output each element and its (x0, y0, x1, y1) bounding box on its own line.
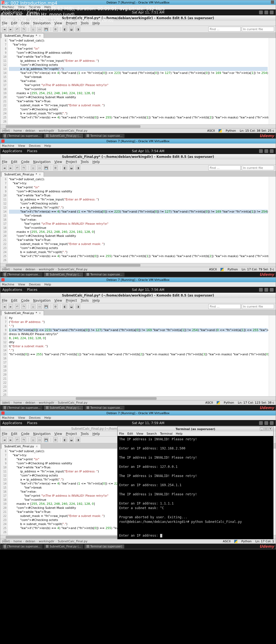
terminal-body[interactable]: The IP address is INVALID! Please retry!… (118, 436, 273, 539)
editor-tab[interactable]: SubnetCalc_Final.py * × (1, 33, 44, 38)
overlay-size: Size: 37348357 bytes (35.62 MiB), durati… (1, 6, 165, 12)
clock[interactable]: Sat Apr 11, 7:59 AM (37, 421, 259, 425)
overlay-audio: Audio: aac, 44100 Hz, mono (und) (1, 12, 165, 18)
close-button[interactable]: × (268, 427, 272, 431)
volume-icon[interactable] (259, 11, 263, 14)
terminal-menu: File Edit View Search Terminal Help (118, 431, 273, 436)
udemy-watermark: Udemy (259, 134, 274, 138)
terminal-window[interactable]: Terminal (as superuser) _ □ × File Edit … (117, 427, 274, 539)
overlay-file: File: 002 Introduction.mp4 (1, 1, 165, 6)
status-bar: (root)› home› debian› workingdir› Subnet… (0, 128, 276, 133)
find-scope[interactable] (242, 27, 274, 32)
editor[interactable]: 6789101112131415161718192021222324252627… (0, 38, 276, 124)
tab-bar: SubnetCalc_Final.py * × (0, 33, 276, 38)
tab-label: SubnetCalc_Final.py (4, 34, 34, 38)
task-terminal1[interactable]: [Terminal (as superuse... (1, 134, 43, 138)
taskbar: [Terminal (as superuse... SubnetCalc_Fin… (0, 133, 276, 138)
code-area[interactable]: "kw">def subnet_calc(): "kw">try: "kw">p… (8, 38, 269, 124)
clock[interactable]: Sat Apr 11, 7:56 AM (37, 288, 259, 292)
vbox-status-icons (271, 1, 274, 4)
frame-4: Debian 7 [Running] - Oracle VM VirtualBo… (0, 411, 276, 549)
minimize-button[interactable]: _ (260, 427, 264, 431)
terminal-titlebar[interactable]: Terminal (as superuser) _ □ × (118, 427, 273, 431)
frame-3: Debian 7 [Running] - Oracle VM VirtualBo… (0, 277, 276, 411)
encoding[interactable]: ASCII (207, 129, 215, 132)
overlay-gen: Generated by Thumbnail me (1, 23, 165, 29)
minimap[interactable] (269, 38, 276, 124)
power-icon[interactable] (270, 11, 274, 14)
network-icon[interactable] (264, 11, 268, 14)
close-icon[interactable]: × (39, 34, 41, 37)
python-icon (219, 129, 222, 132)
language[interactable]: Python (226, 129, 236, 132)
find-input[interactable] (208, 27, 241, 32)
overlay-video: Video: h264, yuv420p, 1280x720, 30.00 fp… (1, 17, 165, 23)
breadcrumb[interactable]: (root)› home› debian› workingdir› Subnet… (2, 129, 88, 132)
cursor-pos: Ln: 15 Col: 38 Sel: 25 c (240, 129, 274, 132)
h-scrollbar[interactable] (0, 124, 276, 128)
tab-modified: * (36, 34, 37, 38)
line-gutter: 6789101112131415161718192021222324252627… (0, 38, 8, 124)
frame-2: Debian 7 [Running] - Oracle VM VirtualBo… (0, 139, 276, 277)
clock[interactable]: Sat Apr 11, 7:54 AM (37, 149, 259, 153)
maximize-button[interactable]: □ (264, 427, 268, 431)
task-terminal2[interactable]: Terminal (as superuse... (84, 134, 125, 138)
task-komodo[interactable]: SubnetCalc_Final.py (... (44, 134, 83, 138)
